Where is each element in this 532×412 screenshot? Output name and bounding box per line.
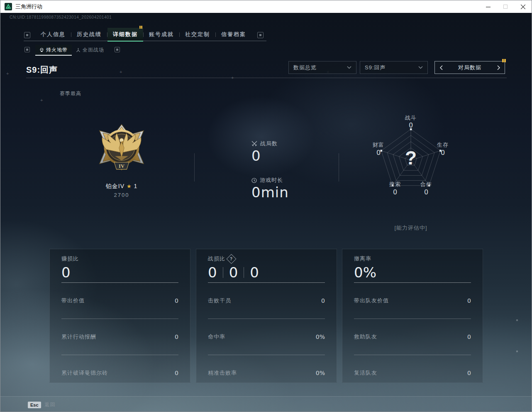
stat-row: 复活队友 0: [354, 355, 471, 391]
stat-label: 累计破译曼德尔砖: [61, 369, 108, 377]
column-divider: [339, 153, 339, 181]
stat-row: 累计行动报酬 0: [61, 319, 178, 355]
tab-detailed-data[interactable]: 详细数据: [107, 28, 143, 41]
season-dropdown-value: S9:回声: [365, 64, 386, 71]
kd-value-2: 0: [229, 264, 238, 281]
mode-next-key-hint[interactable]: [115, 47, 120, 52]
season-title: S9:回声: [26, 64, 58, 76]
matches-stat: 战局数 0: [251, 140, 278, 164]
tabs-next-key-hint[interactable]: [257, 32, 264, 38]
data-overview-dropdown[interactable]: 数据总览: [288, 61, 356, 74]
stat-row: 累计破译曼德尔砖 0: [61, 355, 178, 391]
profit-loss-header: 赚损比: [61, 255, 79, 262]
stat-value: 0%: [316, 370, 325, 376]
clock-icon: [251, 178, 257, 183]
new-badge-icon: [139, 26, 142, 29]
maximize-button[interactable]: [497, 0, 514, 13]
minimize-button[interactable]: [479, 0, 497, 13]
stat-value: 0: [175, 334, 178, 340]
radar-axis-search: 搜索: [378, 181, 412, 188]
radar-axis-combat: 战斗: [394, 114, 427, 122]
window-titlebar: 三角洲行动: [0, 0, 532, 13]
radar-value-survival: 0: [426, 149, 459, 157]
season-best-label: 赛季最高: [60, 90, 81, 97]
stat-row: 带出价值 0: [61, 283, 178, 319]
radar-value-search: 0: [378, 188, 412, 196]
game-window: 三角洲行动 CN:UID:187811998087352423014_20260…: [0, 0, 532, 412]
playtime-label: 游戏时长: [260, 177, 283, 184]
section-divider: [26, 78, 507, 78]
radar-value-combat: 0: [394, 121, 427, 129]
radar-axis-survival: 生存: [426, 141, 459, 149]
tab-social[interactable]: 社交定制: [180, 28, 215, 41]
close-button[interactable]: [514, 0, 532, 13]
tab-detailed-data-label: 详细数据: [113, 31, 138, 38]
chevron-down-icon: [347, 66, 351, 69]
crosshair-decoration: +: [6, 71, 9, 76]
medal-tier-numeral: IV: [119, 163, 124, 169]
rank-score: 2700: [80, 192, 163, 198]
stat-label: 精准击败率: [208, 369, 237, 377]
mode-tab-warfare[interactable]: 全面战场: [72, 45, 108, 55]
extraction-rate-value: 0%: [354, 263, 471, 282]
star-icon: ★: [127, 183, 132, 189]
edge-marker-decoration: [516, 319, 518, 321]
player-uid: CN:UID:187811998087352423014_20260420140…: [10, 15, 112, 20]
tab-achievements[interactable]: 账号成就: [144, 28, 179, 41]
tab-reputation[interactable]: 信誉档案: [216, 28, 251, 41]
playtime-stat: 游戏时长 0min: [251, 177, 289, 201]
stat-label: 救助队友: [354, 333, 377, 341]
mode-tab-fire-zone[interactable]: 烽火地带: [35, 45, 72, 55]
value-divider: [223, 267, 223, 278]
pager-prev-button[interactable]: [435, 61, 447, 74]
value-divider: [244, 267, 244, 278]
kd-ratio-panel: 战损比 ? 0 0 0 击败干员 0 命中率 0% 精准击败率 0%: [196, 249, 337, 383]
kd-ratio-header: 战损比: [208, 255, 225, 262]
rank-name: 铂金IV: [106, 183, 124, 189]
radar-axis-wealth: 财富: [362, 141, 395, 149]
tab-history[interactable]: 历史战绩: [71, 28, 107, 41]
chevron-down-icon: [418, 66, 423, 69]
stat-label: 带出队友价值: [354, 297, 389, 304]
radar-unknown-mark: ?: [398, 147, 423, 169]
data-overview-dropdown-value: 数据总览: [293, 64, 317, 71]
crosshair-decoration: +: [120, 69, 122, 74]
stat-value: 0: [175, 370, 178, 376]
season-dropdown[interactable]: S9:回声: [360, 61, 428, 74]
mode-prev-key-hint[interactable]: [24, 47, 30, 52]
stat-row: 带出队友价值 0: [354, 283, 471, 319]
battlefield-icon: [76, 48, 81, 52]
stat-value: 0: [467, 370, 471, 376]
crossed-swords-icon: [251, 141, 257, 147]
mode-tab-bar: 烽火地带 全面战场: [35, 45, 108, 55]
window-title: 三角洲行动: [15, 3, 42, 10]
stat-row: 精准击败率 0%: [208, 355, 325, 391]
back-button-label[interactable]: 返回: [45, 401, 56, 408]
rank-name-line: 铂金IV ★ 1: [80, 183, 163, 190]
kd-value-3: 0: [250, 264, 259, 281]
game-content: CN:UID:187811998087352423014_20260420140…: [0, 13, 532, 412]
radar-axis-cooperation: 合作: [410, 181, 443, 188]
extraction-rate-header: 撤离率: [354, 255, 371, 262]
extraction-rate-panel: 撤离率 0% 带出队友价值 0 救助队友 0 复活队友 0: [342, 249, 483, 383]
pager-next-button[interactable]: [492, 61, 505, 74]
question-icon[interactable]: ?: [226, 254, 236, 264]
match-data-pager: 对局数据: [434, 61, 505, 74]
stat-label: 复活队友: [354, 369, 377, 377]
ability-evaluating-label: [能力评估中]: [378, 224, 444, 232]
chevron-right-icon: [497, 65, 500, 70]
stat-value: 0: [467, 334, 471, 340]
stat-label: 带出价值: [61, 297, 85, 304]
stat-label: 击败干员: [208, 297, 231, 304]
crosshair-decoration: +: [40, 98, 43, 103]
rank-star-count: 1: [134, 183, 137, 189]
esc-key-hint[interactable]: Esc: [28, 402, 41, 408]
rank-medal: IV: [96, 124, 147, 180]
mode-tab-fire-zone-label: 烽火地带: [46, 47, 68, 54]
tab-personal-info[interactable]: 个人信息: [35, 28, 71, 41]
footer-bar: Esc 返回: [0, 396, 532, 412]
app-logo-icon: [5, 3, 12, 10]
stat-value: 0: [321, 297, 325, 304]
tabs-prev-key-hint[interactable]: [24, 32, 30, 38]
kd-ratio-values: 0 0 0: [208, 263, 325, 282]
